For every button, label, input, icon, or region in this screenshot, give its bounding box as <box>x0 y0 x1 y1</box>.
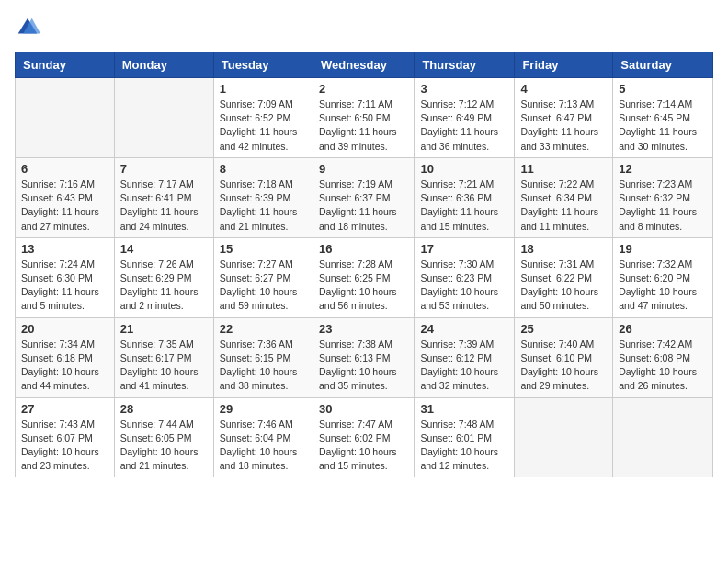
weekday-header-wednesday: Wednesday <box>313 52 414 78</box>
day-info: Sunrise: 7:39 AMSunset: 6:12 PMDaylight:… <box>420 338 508 394</box>
calendar-cell: 3Sunrise: 7:12 AMSunset: 6:49 PMDaylight… <box>415 78 515 158</box>
calendar-cell: 6Sunrise: 7:16 AMSunset: 6:43 PMDaylight… <box>16 157 115 237</box>
calendar-cell: 14Sunrise: 7:26 AMSunset: 6:29 PMDayligh… <box>114 237 213 317</box>
day-info: Sunrise: 7:23 AMSunset: 6:32 PMDaylight:… <box>619 178 707 234</box>
calendar-week-row: 6Sunrise: 7:16 AMSunset: 6:43 PMDaylight… <box>16 157 713 237</box>
day-info: Sunrise: 7:21 AMSunset: 6:36 PMDaylight:… <box>420 178 508 234</box>
day-number: 13 <box>21 242 108 256</box>
day-info: Sunrise: 7:11 AMSunset: 6:50 PMDaylight:… <box>319 98 408 154</box>
calendar-cell <box>16 78 115 158</box>
day-info: Sunrise: 7:46 AMSunset: 6:04 PMDaylight:… <box>220 418 307 474</box>
day-number: 10 <box>420 162 508 176</box>
day-number: 20 <box>21 322 108 336</box>
day-info: Sunrise: 7:27 AMSunset: 6:27 PMDaylight:… <box>220 258 307 314</box>
calendar-cell: 25Sunrise: 7:40 AMSunset: 6:10 PMDayligh… <box>515 317 613 397</box>
day-number: 8 <box>220 162 307 176</box>
day-number: 6 <box>21 162 108 176</box>
day-info: Sunrise: 7:47 AMSunset: 6:02 PMDaylight:… <box>319 418 408 474</box>
day-number: 24 <box>420 322 508 336</box>
calendar-cell: 31Sunrise: 7:48 AMSunset: 6:01 PMDayligh… <box>415 397 515 477</box>
calendar-cell: 8Sunrise: 7:18 AMSunset: 6:39 PMDaylight… <box>213 157 313 237</box>
calendar-cell: 10Sunrise: 7:21 AMSunset: 6:36 PMDayligh… <box>415 157 515 237</box>
day-info: Sunrise: 7:38 AMSunset: 6:13 PMDaylight:… <box>319 338 408 394</box>
calendar-cell: 2Sunrise: 7:11 AMSunset: 6:50 PMDaylight… <box>313 78 414 158</box>
calendar-cell: 1Sunrise: 7:09 AMSunset: 6:52 PMDaylight… <box>213 78 313 158</box>
weekday-header-sunday: Sunday <box>16 52 115 78</box>
day-number: 5 <box>619 82 707 96</box>
day-info: Sunrise: 7:17 AMSunset: 6:41 PMDaylight:… <box>120 178 208 234</box>
calendar-cell: 13Sunrise: 7:24 AMSunset: 6:30 PMDayligh… <box>16 237 115 317</box>
day-info: Sunrise: 7:40 AMSunset: 6:10 PMDaylight:… <box>520 338 607 394</box>
calendar-cell: 16Sunrise: 7:28 AMSunset: 6:25 PMDayligh… <box>313 237 414 317</box>
calendar-cell <box>613 397 713 477</box>
day-info: Sunrise: 7:09 AMSunset: 6:52 PMDaylight:… <box>220 98 307 154</box>
day-number: 21 <box>120 322 208 336</box>
day-number: 25 <box>520 322 607 336</box>
day-info: Sunrise: 7:35 AMSunset: 6:17 PMDaylight:… <box>120 338 208 394</box>
weekday-header-friday: Friday <box>515 52 613 78</box>
weekday-header-monday: Monday <box>114 52 213 78</box>
weekday-header-saturday: Saturday <box>613 52 713 78</box>
calendar-cell: 26Sunrise: 7:42 AMSunset: 6:08 PMDayligh… <box>613 317 713 397</box>
day-info: Sunrise: 7:12 AMSunset: 6:49 PMDaylight:… <box>420 98 508 154</box>
day-number: 18 <box>520 242 607 256</box>
calendar-cell: 20Sunrise: 7:34 AMSunset: 6:18 PMDayligh… <box>16 317 115 397</box>
calendar-cell: 18Sunrise: 7:31 AMSunset: 6:22 PMDayligh… <box>515 237 613 317</box>
calendar-week-row: 27Sunrise: 7:43 AMSunset: 6:07 PMDayligh… <box>16 397 713 477</box>
day-number: 15 <box>220 242 307 256</box>
day-number: 1 <box>220 82 307 96</box>
weekday-header-thursday: Thursday <box>415 52 515 78</box>
day-number: 14 <box>120 242 208 256</box>
calendar-cell: 27Sunrise: 7:43 AMSunset: 6:07 PMDayligh… <box>16 397 115 477</box>
day-info: Sunrise: 7:31 AMSunset: 6:22 PMDaylight:… <box>520 258 607 314</box>
day-info: Sunrise: 7:43 AMSunset: 6:07 PMDaylight:… <box>21 418 108 474</box>
day-number: 31 <box>420 402 508 416</box>
day-info: Sunrise: 7:18 AMSunset: 6:39 PMDaylight:… <box>220 178 307 234</box>
calendar-cell: 9Sunrise: 7:19 AMSunset: 6:37 PMDaylight… <box>313 157 414 237</box>
page-header <box>15 15 713 40</box>
calendar-cell: 4Sunrise: 7:13 AMSunset: 6:47 PMDaylight… <box>515 78 613 158</box>
day-number: 11 <box>520 162 607 176</box>
calendar-week-row: 20Sunrise: 7:34 AMSunset: 6:18 PMDayligh… <box>16 317 713 397</box>
day-number: 17 <box>420 242 508 256</box>
day-info: Sunrise: 7:14 AMSunset: 6:45 PMDaylight:… <box>619 98 707 154</box>
calendar-cell: 29Sunrise: 7:46 AMSunset: 6:04 PMDayligh… <box>213 397 313 477</box>
calendar-cell: 5Sunrise: 7:14 AMSunset: 6:45 PMDaylight… <box>613 78 713 158</box>
day-number: 4 <box>520 82 607 96</box>
day-number: 22 <box>220 322 307 336</box>
day-info: Sunrise: 7:28 AMSunset: 6:25 PMDaylight:… <box>319 258 408 314</box>
day-number: 26 <box>619 322 707 336</box>
day-info: Sunrise: 7:16 AMSunset: 6:43 PMDaylight:… <box>21 178 108 234</box>
day-number: 29 <box>220 402 307 416</box>
calendar-cell: 7Sunrise: 7:17 AMSunset: 6:41 PMDaylight… <box>114 157 213 237</box>
calendar-cell: 24Sunrise: 7:39 AMSunset: 6:12 PMDayligh… <box>415 317 515 397</box>
calendar-cell: 21Sunrise: 7:35 AMSunset: 6:17 PMDayligh… <box>114 317 213 397</box>
day-number: 30 <box>319 402 408 416</box>
calendar-cell: 11Sunrise: 7:22 AMSunset: 6:34 PMDayligh… <box>515 157 613 237</box>
day-number: 16 <box>319 242 408 256</box>
calendar-week-row: 1Sunrise: 7:09 AMSunset: 6:52 PMDaylight… <box>16 78 713 158</box>
day-info: Sunrise: 7:19 AMSunset: 6:37 PMDaylight:… <box>319 178 408 234</box>
calendar-cell: 23Sunrise: 7:38 AMSunset: 6:13 PMDayligh… <box>313 317 414 397</box>
day-number: 9 <box>319 162 408 176</box>
day-number: 19 <box>619 242 707 256</box>
day-info: Sunrise: 7:13 AMSunset: 6:47 PMDaylight:… <box>520 98 607 154</box>
day-number: 27 <box>21 402 108 416</box>
day-number: 28 <box>120 402 208 416</box>
day-number: 7 <box>120 162 208 176</box>
logo-icon <box>15 15 40 40</box>
calendar-cell: 12Sunrise: 7:23 AMSunset: 6:32 PMDayligh… <box>613 157 713 237</box>
day-info: Sunrise: 7:48 AMSunset: 6:01 PMDaylight:… <box>420 418 508 474</box>
calendar-cell: 17Sunrise: 7:30 AMSunset: 6:23 PMDayligh… <box>415 237 515 317</box>
calendar-cell: 30Sunrise: 7:47 AMSunset: 6:02 PMDayligh… <box>313 397 414 477</box>
calendar-cell <box>114 78 213 158</box>
calendar-cell: 28Sunrise: 7:44 AMSunset: 6:05 PMDayligh… <box>114 397 213 477</box>
calendar-cell <box>515 397 613 477</box>
day-info: Sunrise: 7:24 AMSunset: 6:30 PMDaylight:… <box>21 258 108 314</box>
day-number: 12 <box>619 162 707 176</box>
logo <box>15 15 44 40</box>
calendar-week-row: 13Sunrise: 7:24 AMSunset: 6:30 PMDayligh… <box>16 237 713 317</box>
day-info: Sunrise: 7:30 AMSunset: 6:23 PMDaylight:… <box>420 258 508 314</box>
day-info: Sunrise: 7:36 AMSunset: 6:15 PMDaylight:… <box>220 338 307 394</box>
calendar-cell: 22Sunrise: 7:36 AMSunset: 6:15 PMDayligh… <box>213 317 313 397</box>
